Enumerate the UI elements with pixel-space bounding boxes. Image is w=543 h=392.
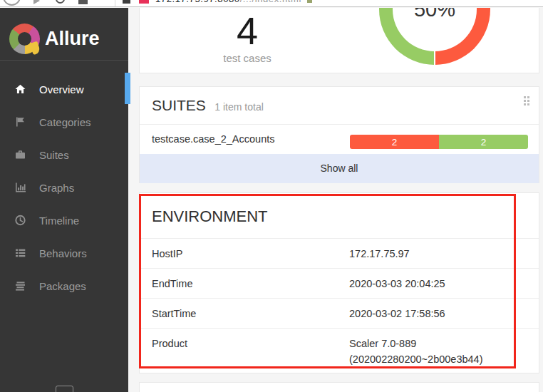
browser-forward-icon[interactable] bbox=[33, 0, 40, 4]
sidebar-nav: Overview Categories Suites Graphs bbox=[0, 73, 128, 302]
flag-icon bbox=[14, 116, 27, 128]
env-value: Scaler 7.0-889 (202002280200~2b00e3b44) bbox=[349, 329, 482, 367]
env-key: HostIP bbox=[152, 239, 183, 269]
donut-percent-label: 50% bbox=[379, 8, 490, 65]
browser-toolbar: 172.17.75.97:8080/.../index.html bbox=[0, 0, 543, 7]
url-host: 172.17.75.97:8080 bbox=[155, 0, 240, 4]
summary-widget: 4 test cases 50% bbox=[139, 8, 539, 73]
clock-icon bbox=[14, 215, 27, 226]
sidebar-item-label: Behaviors bbox=[39, 247, 87, 259]
sidebar-item-label: Overview bbox=[39, 83, 84, 96]
address-bar[interactable]: 172.17.75.97:8080/.../index.html bbox=[155, 0, 301, 4]
browser-refresh-icon[interactable] bbox=[56, 0, 65, 4]
active-item-indicator bbox=[125, 73, 130, 104]
drag-handle-icon[interactable] bbox=[524, 96, 529, 105]
address-bar-edge bbox=[115, 0, 115, 7]
suite-status-bar: 2 2 bbox=[350, 135, 528, 149]
env-key: Product bbox=[152, 329, 187, 359]
bar-chart-icon bbox=[14, 182, 27, 193]
brand-logo-link[interactable]: Allure bbox=[0, 8, 128, 60]
sidebar-item-packages[interactable]: Packages bbox=[0, 269, 128, 302]
passed-count-badge: 2 bbox=[439, 135, 528, 149]
failed-count-badge: 2 bbox=[350, 135, 439, 149]
suites-title: SUITES bbox=[152, 97, 206, 113]
sidebar-divider bbox=[0, 60, 128, 61]
env-row-endtime: EndTime 2020-03-03 20:04:25 bbox=[140, 268, 539, 298]
sidebar-item-label: Packages bbox=[39, 280, 86, 292]
suite-name: testcase.case_2_Accounts bbox=[152, 125, 275, 154]
page-favicon bbox=[123, 0, 130, 4]
env-row-product: Product Scaler 7.0-889 (202002280200~2b0… bbox=[140, 328, 539, 376]
sidebar-item-label: Suites bbox=[39, 149, 69, 161]
test-cases-stat: 4 test cases bbox=[140, 8, 355, 73]
env-value-line: (202002280200~2b00e3b44) bbox=[349, 354, 482, 365]
test-cases-count: 4 bbox=[140, 11, 355, 51]
sidebar-item-timeline[interactable]: Timeline bbox=[0, 204, 128, 237]
browser-back-icon[interactable] bbox=[3, 0, 21, 6]
environment-title: ENVIRONMENT bbox=[140, 193, 539, 226]
env-value: 2020-03-02 17:58:56 bbox=[349, 299, 445, 329]
suite-row[interactable]: testcase.case_2_Accounts 2 2 bbox=[140, 124, 539, 154]
show-all-button[interactable]: Show all bbox=[140, 154, 539, 183]
sidebar-item-label: Graphs bbox=[39, 182, 74, 194]
test-cases-label: test cases bbox=[140, 52, 355, 64]
sidebar-item-suites[interactable]: Suites bbox=[0, 138, 128, 171]
sidebar: Allure Overview Categories Suites bbox=[0, 8, 128, 392]
url-path: /.../index.html bbox=[240, 0, 301, 4]
env-value-line: Scaler 7.0-889 bbox=[349, 338, 416, 349]
home-icon bbox=[14, 83, 27, 95]
env-row-hostip: HostIP 172.17.75.97 bbox=[140, 238, 539, 268]
sidebar-item-categories[interactable]: Categories bbox=[0, 105, 128, 138]
align-left-icon bbox=[14, 280, 27, 292]
env-key: EndTime bbox=[152, 269, 192, 299]
brand-name: Allure bbox=[45, 28, 100, 50]
briefcase-icon bbox=[14, 149, 27, 160]
sidebar-item-overview[interactable]: Overview bbox=[0, 73, 128, 105]
env-row-starttime: StartTime 2020-03-02 17:58:56 bbox=[140, 298, 539, 328]
suites-header: SUITES 1 item total bbox=[140, 87, 539, 124]
env-value: 2020-03-03 20:04:25 bbox=[349, 269, 445, 299]
next-widget-partial bbox=[139, 382, 539, 392]
env-key: StartTime bbox=[152, 299, 196, 329]
sidebar-item-label: Categories bbox=[39, 116, 91, 128]
suites-subtitle: 1 item total bbox=[214, 101, 263, 113]
list-icon bbox=[14, 247, 27, 259]
allure-report-screen: 172.17.75.97:8080/.../index.html Allure … bbox=[0, 0, 543, 392]
status-donut-chart[interactable]: 50% bbox=[379, 8, 490, 65]
sidebar-item-label: Timeline bbox=[39, 215, 79, 227]
browser-home-icon[interactable] bbox=[78, 0, 88, 4]
suites-widget: SUITES 1 item total testcase.case_2_Acco… bbox=[139, 86, 539, 183]
site-icon bbox=[139, 0, 149, 4]
sidebar-collapse-toggle[interactable] bbox=[56, 386, 73, 392]
extension-icon[interactable] bbox=[307, 0, 312, 3]
environment-widget: ENVIRONMENT HostIP 172.17.75.97 EndTime … bbox=[139, 192, 539, 373]
sidebar-item-behaviors[interactable]: Behaviors bbox=[0, 237, 128, 269]
env-value: 172.17.75.97 bbox=[349, 239, 410, 269]
sidebar-item-graphs[interactable]: Graphs bbox=[0, 171, 128, 204]
